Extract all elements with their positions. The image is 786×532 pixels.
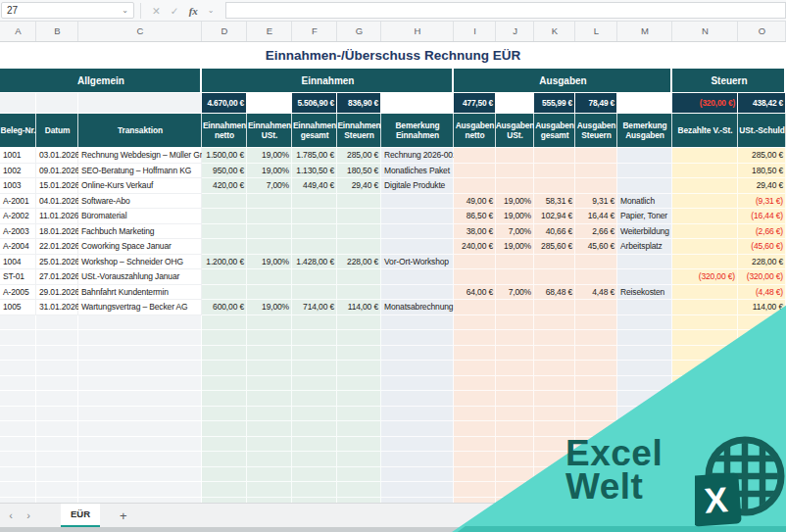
cell-N[interactable] (672, 224, 738, 240)
empty-cell[interactable] (36, 346, 78, 362)
column-letter-N[interactable]: N (672, 22, 738, 41)
cell-H[interactable]: Digitale Produkte (381, 178, 454, 194)
empty-cell[interactable] (202, 407, 247, 422)
cell-G[interactable] (337, 224, 381, 240)
cell-A[interactable]: 1003 (0, 178, 36, 194)
header-cell-C[interactable]: Transaktion (78, 114, 202, 147)
cell-D[interactable]: 600,00 € (202, 300, 247, 315)
empty-cell[interactable] (292, 452, 337, 467)
empty-cell[interactable] (496, 421, 534, 437)
empty-cell[interactable] (36, 437, 78, 453)
empty-cell[interactable] (78, 361, 202, 376)
summary-cell-D[interactable]: 4.670,00 € (202, 93, 247, 113)
cell-C[interactable]: Workshop – Schneider OHG (78, 255, 202, 270)
fx-icon[interactable]: fx (189, 1, 198, 21)
empty-cell[interactable] (381, 346, 454, 362)
empty-cell[interactable] (534, 330, 575, 346)
empty-cell[interactable] (78, 452, 202, 467)
empty-cell[interactable] (454, 330, 496, 346)
empty-cell[interactable] (672, 452, 738, 467)
empty-cell[interactable] (78, 376, 202, 392)
empty-cell[interactable] (672, 437, 738, 453)
cell-O[interactable]: (45,60 €) (738, 239, 786, 255)
empty-cell[interactable] (672, 407, 738, 422)
empty-cell[interactable] (738, 391, 786, 407)
cell-E[interactable]: 19,00% (247, 148, 292, 164)
cell-K[interactable] (534, 148, 575, 164)
cell-F[interactable]: 714,00 € (292, 300, 337, 315)
formula-input[interactable] (225, 2, 786, 19)
empty-cell[interactable] (292, 467, 337, 483)
header-cell-H[interactable]: Bemerkung Einnahmen (381, 114, 454, 147)
empty-cell[interactable] (575, 361, 617, 376)
cell-M[interactable]: Arbeitsplatz (617, 239, 672, 255)
cell-B[interactable]: 29.01.2026 (36, 285, 78, 301)
cell-I[interactable] (454, 178, 496, 194)
cell-A[interactable]: A-2003 (0, 224, 36, 240)
empty-cell[interactable] (496, 315, 534, 331)
cell-O[interactable]: 29,40 € (738, 178, 786, 194)
cell-L[interactable] (575, 269, 617, 285)
empty-cell[interactable] (292, 315, 337, 331)
cell-C[interactable]: Rechnung Webdesign – Müller GmbH (78, 148, 202, 164)
cell-F[interactable]: 1.785,00 € (292, 148, 337, 164)
empty-cell[interactable] (381, 376, 454, 392)
empty-cell[interactable] (202, 330, 247, 346)
empty-cell[interactable] (337, 467, 381, 483)
column-letter-A[interactable]: A (0, 22, 36, 41)
group-header[interactable]: Ausgaben (454, 69, 672, 92)
cell-G[interactable]: 114,00 € (337, 300, 381, 315)
cell-D[interactable] (202, 239, 247, 255)
empty-cell[interactable] (36, 421, 78, 437)
cell-M[interactable] (617, 164, 672, 179)
sheet-tab-eur[interactable]: EÜR (61, 504, 100, 528)
cell-B[interactable]: 11.01.2026 (36, 209, 78, 224)
cell-J[interactable]: 19,00% (496, 209, 534, 224)
empty-cell[interactable] (672, 376, 738, 392)
cell-A[interactable]: A-2004 (0, 239, 36, 255)
empty-cell[interactable] (247, 376, 292, 392)
cell-L[interactable] (575, 255, 617, 270)
empty-cell[interactable] (496, 407, 534, 422)
empty-cell[interactable] (617, 361, 672, 376)
empty-cell[interactable] (0, 437, 36, 453)
empty-cell[interactable] (78, 482, 202, 498)
cell-B[interactable]: 25.01.2026 (36, 255, 78, 270)
cell-E[interactable]: 19,00% (247, 300, 292, 315)
cell-C[interactable]: SEO-Beratung – Hoffmann KG (78, 164, 202, 179)
cell-K[interactable]: 58,31 € (534, 194, 575, 210)
empty-cell[interactable] (575, 467, 617, 483)
header-cell-G[interactable]: Einnahmen Steuern (337, 114, 381, 147)
empty-cell[interactable] (496, 467, 534, 483)
cell-K[interactable]: 285,60 € (534, 239, 575, 255)
empty-cell[interactable] (78, 391, 202, 407)
cell-E[interactable] (247, 194, 292, 210)
empty-cell[interactable] (202, 361, 247, 376)
cell-K[interactable] (534, 255, 575, 270)
empty-cell[interactable] (337, 452, 381, 467)
cell-L[interactable] (575, 164, 617, 179)
cell-F[interactable] (292, 239, 337, 255)
cell-B[interactable]: 04.01.2026 (36, 194, 78, 210)
cell-B[interactable]: 09.01.2026 (36, 164, 78, 179)
empty-cell[interactable] (381, 437, 454, 453)
column-letter-I[interactable]: I (454, 22, 496, 41)
summary-cell-J[interactable] (496, 93, 534, 113)
cell-H[interactable]: Rechnung 2026-001 (381, 148, 454, 164)
cell-C[interactable]: Software-Abo (78, 194, 202, 210)
cell-N[interactable] (672, 300, 738, 315)
cell-I[interactable]: 49,00 € (454, 194, 496, 210)
cell-J[interactable]: 7,00% (496, 224, 534, 240)
cell-O[interactable]: (16,44 €) (738, 209, 786, 224)
cell-F[interactable]: 449,40 € (292, 178, 337, 194)
empty-cell[interactable] (381, 361, 454, 376)
empty-cell[interactable] (292, 482, 337, 498)
empty-cell[interactable] (738, 361, 786, 376)
cell-O[interactable]: (2,66 €) (738, 224, 786, 240)
column-letter-J[interactable]: J (496, 22, 534, 41)
cell-K[interactable]: 68,48 € (534, 285, 575, 301)
empty-cell[interactable] (575, 346, 617, 362)
empty-cell[interactable] (496, 346, 534, 362)
empty-cell[interactable] (454, 452, 496, 467)
cell-H[interactable] (381, 285, 454, 301)
